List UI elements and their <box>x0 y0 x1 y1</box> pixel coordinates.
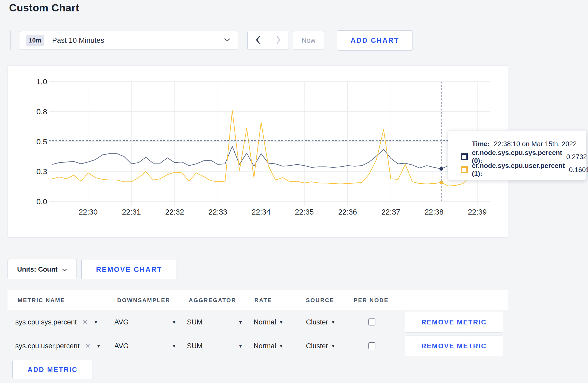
x-axis-tick-label: 22:30 <box>73 208 104 216</box>
chevron-down-icon: ▾ <box>173 319 176 325</box>
chevron-down-icon: ▾ <box>239 319 242 325</box>
col-downsampler: DOWNSAMPLER <box>117 297 170 304</box>
tooltip-time-value: 22:38:10 on Mar 15th, 2022 <box>494 140 577 148</box>
chevron-down-icon: ▾ <box>239 343 242 349</box>
add-chart-button[interactable]: ADD CHART <box>337 30 413 51</box>
chevron-down-icon: ▾ <box>332 343 335 349</box>
remove-metric-button[interactable]: REMOVE METRIC <box>405 336 503 356</box>
aggregator-select[interactable]: SUM ▾ <box>187 310 242 334</box>
units-label: Units: Count <box>17 265 58 273</box>
series-sys-swatch-icon <box>461 153 468 160</box>
y-axis-tick-label: 0.0 <box>21 197 47 206</box>
toolbar-divider <box>10 31 11 50</box>
downsampler-value: AVG <box>114 342 129 350</box>
clear-metric-icon[interactable]: ✕ <box>85 342 90 350</box>
tooltip-series-user-value: 0.1601 <box>569 166 588 174</box>
x-axis-tick-label: 22:34 <box>246 208 277 216</box>
now-button[interactable]: Now <box>293 31 324 50</box>
col-per-node: PER NODE <box>354 297 389 304</box>
metric-name-value: sys.cpu.user.percent <box>15 342 80 350</box>
rate-select[interactable]: Normal ▾ <box>254 310 283 334</box>
metrics-table-header: METRIC NAME DOWNSAMPLER AGGREGATOR RATE … <box>8 290 508 310</box>
remove-metric-button[interactable]: REMOVE METRIC <box>405 312 503 332</box>
x-axis-tick-label: 22:37 <box>375 208 406 216</box>
downsampler-select[interactable]: AVG ▾ <box>114 334 176 358</box>
chevron-down-icon: ▾ <box>173 343 176 349</box>
per-node-checkbox[interactable] <box>368 318 375 325</box>
source-value: Cluster <box>306 318 328 326</box>
downsampler-value: AVG <box>114 318 129 326</box>
metric-name-value: sys.cpu.sys.percent <box>15 318 77 326</box>
metric-name-select[interactable]: sys.cpu.user.percent ✕ ▾ <box>15 334 100 358</box>
chevron-down-icon <box>62 265 67 273</box>
add-metric-button[interactable]: ADD METRIC <box>12 360 93 379</box>
series-user-swatch-icon <box>461 166 468 173</box>
time-range-badge: 10m <box>26 35 44 46</box>
metric-name-select[interactable]: sys.cpu.sys.percent ✕ ▾ <box>15 310 97 334</box>
metric-row: sys.cpu.sys.percent ✕ ▾ AVG ▾ SUM ▾ Norm… <box>8 310 508 334</box>
aggregator-value: SUM <box>187 342 202 350</box>
clear-metric-icon[interactable]: ✕ <box>82 318 88 326</box>
col-metric-name: METRIC NAME <box>18 297 65 304</box>
x-axis-tick-label: 22:33 <box>202 208 233 216</box>
x-axis-tick-label: 22:36 <box>332 208 363 216</box>
y-axis-tick-label: 0.3 <box>21 167 47 176</box>
source-select[interactable]: Cluster ▾ <box>306 310 335 334</box>
source-select[interactable]: Cluster ▾ <box>306 334 335 358</box>
chart-tooltip: Time: 22:38:10 on Mar 15th, 2022 cr.node… <box>448 130 586 180</box>
rate-value: Normal <box>254 342 276 350</box>
x-axis-tick-label: 22:38 <box>418 208 450 216</box>
col-aggregator: AGGREGATOR <box>189 297 236 304</box>
chevron-right-icon <box>276 36 281 45</box>
chevron-down-icon <box>224 38 230 43</box>
y-axis-tick-label: 0.8 <box>21 107 47 116</box>
time-range-select[interactable]: 10m Past 10 Minutes <box>20 31 238 50</box>
chevron-down-icon: ▾ <box>94 319 97 325</box>
col-rate: RATE <box>254 297 272 304</box>
time-nav-group <box>247 31 289 50</box>
time-range-label: Past 10 Minutes <box>52 36 224 45</box>
tooltip-time-label: Time: <box>472 140 490 148</box>
prev-time-button[interactable] <box>248 31 268 49</box>
x-axis-tick-label: 22:35 <box>289 208 320 216</box>
x-axis-tick-label: 22:39 <box>462 208 493 216</box>
chevron-down-icon: ▾ <box>280 343 283 349</box>
page-title: Custom Chart <box>9 2 79 14</box>
aggregator-value: SUM <box>187 318 202 326</box>
remove-chart-button[interactable]: REMOVE CHART <box>81 260 177 279</box>
y-axis-tick-label: 1.0 <box>21 77 47 86</box>
col-source: SOURCE <box>306 297 334 304</box>
chevron-down-icon: ▾ <box>280 319 283 325</box>
rate-select[interactable]: Normal ▾ <box>254 334 283 358</box>
per-node-checkbox[interactable] <box>368 342 375 349</box>
tooltip-series-sys-value: 0.2732 <box>566 153 587 161</box>
x-axis-tick-label: 22:31 <box>116 208 147 216</box>
aggregator-select[interactable]: SUM ▾ <box>187 334 242 358</box>
source-value: Cluster <box>306 342 328 350</box>
next-time-button[interactable] <box>268 31 289 49</box>
chevron-left-icon <box>255 36 261 45</box>
chevron-down-icon: ▾ <box>97 343 100 349</box>
units-select[interactable]: Units: Count <box>8 259 76 279</box>
x-axis-tick-label: 22:32 <box>159 208 190 216</box>
tooltip-series-user-label: cr.node.sys.cpu.user.percent (1): <box>472 162 565 178</box>
downsampler-select[interactable]: AVG ▾ <box>114 310 176 334</box>
chevron-down-icon: ▾ <box>332 319 335 325</box>
metric-row: sys.cpu.user.percent ✕ ▾ AVG ▾ SUM ▾ Nor… <box>8 334 508 358</box>
y-axis-tick-label: 0.5 <box>21 137 47 146</box>
rate-value: Normal <box>254 318 276 326</box>
